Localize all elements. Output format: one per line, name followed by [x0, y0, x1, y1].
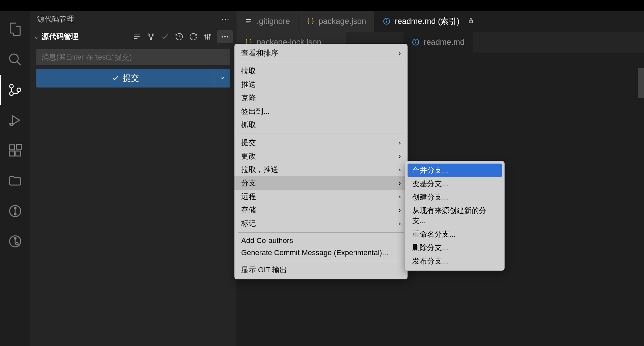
chevron-right-icon: › [399, 180, 401, 187]
lines-icon [245, 17, 253, 25]
chevron-right-icon: › [399, 207, 401, 214]
svg-point-0 [10, 54, 19, 63]
chevron-right-icon: › [399, 193, 401, 200]
tab-label: package.json [319, 16, 366, 26]
git-graph-icon[interactable] [0, 196, 30, 226]
sidebar-title: 源代码管理 [37, 14, 74, 24]
menu-changes[interactable]: 更改 › [234, 149, 408, 163]
submenu-delete-branch[interactable]: 删除分支... [408, 241, 502, 254]
tab-package-json[interactable]: package.json [298, 11, 375, 32]
info-icon [412, 38, 420, 46]
submenu-rebase-branch[interactable]: 变基分支... [408, 177, 502, 191]
svg-point-20 [148, 34, 149, 35]
settings-sliders-icon[interactable] [203, 32, 212, 41]
menu-separator [238, 261, 404, 261]
scrollbar[interactable] [638, 68, 644, 98]
tab-readme[interactable]: readme.md [404, 32, 473, 53]
menu-separator [238, 134, 404, 134]
history-icon[interactable] [175, 32, 184, 41]
svg-rect-9 [17, 144, 22, 149]
svg-point-37 [387, 20, 387, 20]
svg-line-1 [17, 62, 21, 65]
commit-dropdown-button[interactable] [214, 69, 230, 88]
svg-point-22 [150, 38, 152, 39]
graph-icon[interactable] [147, 32, 155, 41]
branch-submenu: 合并分支... 变基分支... 创建分支... 从现有来源创建新的分支... 重… [405, 161, 505, 271]
run-debug-icon[interactable] [0, 105, 30, 135]
view-tree-icon[interactable] [132, 32, 141, 41]
svg-point-3 [10, 92, 13, 96]
refresh-icon[interactable] [189, 32, 198, 41]
scm-context-menu: 查看和排序 › 拉取 推送 克隆 签出到... 抓取 提交 › 更改 › 拉取，… [234, 44, 408, 279]
svg-point-28 [209, 34, 210, 35]
lock-icon [468, 16, 474, 26]
commit-message-input[interactable] [36, 49, 230, 65]
commit-check-icon[interactable] [161, 32, 169, 41]
scm-section-title: 源代码管理 [41, 32, 130, 42]
svg-point-31 [227, 36, 228, 37]
tab-gitignore[interactable]: .gitignore [236, 11, 298, 32]
tab-label: readme.md [424, 37, 464, 47]
svg-rect-38 [469, 20, 473, 23]
svg-point-4 [17, 88, 21, 92]
tab-readme-index[interactable]: readme.md (索引) [375, 11, 644, 32]
menu-show-git-output[interactable]: 显示 GIT 输出 [234, 263, 408, 277]
activity-bar [0, 11, 30, 346]
svg-point-30 [224, 36, 225, 37]
search-icon[interactable] [0, 44, 30, 75]
chevron-right-icon: › [399, 50, 401, 57]
submenu-create-branch-from[interactable]: 从现有来源创建新的分支... [408, 204, 502, 228]
menu-pull[interactable]: 拉取 [234, 64, 408, 78]
source-control-icon[interactable] [0, 75, 30, 105]
extensions-icon[interactable] [0, 135, 30, 166]
svg-rect-8 [16, 151, 21, 156]
menu-separator [238, 62, 404, 62]
submenu-create-branch[interactable]: 创建分支... [408, 191, 502, 204]
submenu-rename-branch[interactable]: 重命名分支... [408, 228, 502, 241]
menu-fetch[interactable]: 抓取 [234, 118, 408, 132]
tab-bar-top: .gitignore package.json readme.md (索引) [236, 11, 644, 32]
braces-icon [307, 17, 315, 25]
menu-branch[interactable]: 分支 › [234, 176, 408, 190]
svg-rect-6 [10, 145, 15, 150]
svg-point-15 [16, 243, 18, 245]
menu-tags[interactable]: 标记 › [234, 217, 408, 230]
more-actions-icon[interactable]: ⋯ [221, 14, 229, 24]
svg-point-5 [10, 123, 12, 126]
submenu-publish-branch[interactable]: 发布分支... [408, 254, 502, 268]
chevron-right-icon: › [399, 166, 401, 173]
menu-clone[interactable]: 克隆 [234, 91, 408, 105]
git-lens-icon[interactable] [0, 226, 30, 256]
svg-point-41 [416, 41, 416, 41]
svg-point-2 [10, 84, 13, 88]
chevron-right-icon: › [399, 139, 401, 146]
menu-separator [238, 232, 404, 233]
chevron-down-icon[interactable]: ⌄ [34, 33, 39, 40]
tab-label: readme.md (索引) [395, 16, 459, 27]
chevron-right-icon: › [399, 153, 401, 160]
menu-generate-commit[interactable]: Generate Commit Message (Experimental)..… [234, 247, 408, 259]
menu-stash[interactable]: 存储 › [234, 203, 408, 217]
menu-checkout[interactable]: 签出到... [234, 105, 408, 118]
source-control-sidebar: 源代码管理 ⋯ ⌄ 源代码管理 [30, 11, 236, 346]
tab-label: .gitignore [257, 16, 290, 26]
svg-point-24 [204, 35, 206, 36]
menu-remote[interactable]: 远程 › [234, 190, 408, 203]
menu-commit[interactable]: 提交 › [234, 136, 408, 149]
explorer-icon[interactable] [0, 14, 30, 44]
scm-more-icon[interactable] [217, 30, 233, 43]
svg-rect-7 [10, 151, 15, 156]
svg-point-29 [222, 36, 223, 37]
menu-add-coauthors[interactable]: Add Co-authors [234, 235, 408, 247]
menu-pull-push[interactable]: 拉取，推送 › [234, 163, 408, 176]
commit-button-label: 提交 [123, 73, 139, 83]
commit-button[interactable]: 提交 [36, 69, 214, 88]
svg-point-26 [207, 37, 208, 38]
svg-point-21 [152, 34, 154, 35]
folder-icon[interactable] [0, 166, 30, 196]
chevron-right-icon: › [399, 220, 401, 227]
menu-view-sort[interactable]: 查看和排序 › [234, 46, 408, 60]
submenu-merge-branch[interactable]: 合并分支... [408, 164, 502, 177]
info-icon [383, 17, 391, 25]
menu-push[interactable]: 推送 [234, 78, 408, 91]
